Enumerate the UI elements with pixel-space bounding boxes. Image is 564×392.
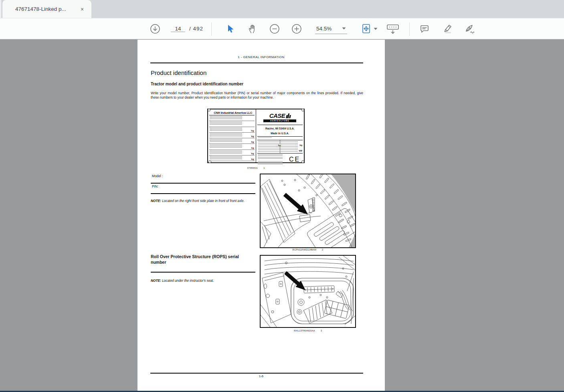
hand-tool-button[interactable]	[247, 24, 258, 34]
tab-title: 47671478-Linked p...	[15, 6, 76, 12]
fit-page-icon	[361, 23, 372, 34]
zoom-level-dropdown[interactable]: 54.5%	[315, 24, 347, 34]
note-pin-location: NOTE: Located on the right front side pl…	[151, 199, 258, 203]
section-body: Write your model number, Product Identif…	[151, 91, 363, 100]
running-header: 1 - GENERAL INFORMATION	[137, 55, 385, 59]
tab-close-icon[interactable]: ×	[79, 6, 86, 13]
plate-barcode-row	[257, 137, 303, 140]
zoom-out-button[interactable]	[269, 24, 280, 34]
ce-mark: CE	[287, 154, 303, 166]
zoom-in-button[interactable]	[291, 24, 302, 34]
plate-fine-print-row: kg	[209, 133, 255, 138]
figure-caption: RAIL13TR04633AA3	[260, 329, 356, 332]
hand-icon	[247, 24, 258, 34]
note-rops-location: NOTE: Located under the instructor's sea…	[151, 279, 258, 283]
plate-bottom: CE	[257, 154, 303, 166]
plate-made-in: Made in U.S.A.	[257, 132, 303, 137]
screw-hole	[301, 109, 304, 111]
tab-strip-edge	[0, 0, 2, 18]
plate-fine-print-row: kg	[209, 127, 255, 133]
add-comment-button[interactable]	[419, 24, 430, 34]
select-tool-button[interactable]	[226, 24, 235, 34]
highlighter-icon	[441, 23, 453, 34]
page-number-input[interactable]	[171, 26, 185, 32]
toolbar-separator	[409, 22, 410, 36]
cursor-icon	[226, 24, 235, 34]
pdf-page: 1 - GENERAL INFORMATION Product identifi…	[137, 40, 385, 391]
plate-fine-print-row	[209, 121, 255, 127]
model-fill-line	[151, 183, 255, 184]
fountain-pen-icon	[463, 23, 476, 34]
ink-signature-button[interactable]	[463, 23, 476, 34]
page-number-group: / 492	[171, 26, 203, 32]
chevron-down-icon	[374, 28, 378, 30]
screw-hole	[301, 160, 304, 163]
model-label: Model :	[152, 174, 163, 178]
pdf-viewport[interactable]: 1 - GENERAL INFORMATION Product identifi…	[0, 40, 564, 391]
pdf-toolbar: / 492 54.5%	[0, 18, 564, 39]
zoom-out-icon	[269, 24, 280, 34]
screw-hole	[208, 109, 210, 111]
zoom-in-icon	[291, 24, 302, 34]
plate-address: Racine, WI 53404 U.S.A.	[257, 125, 303, 130]
plate-right-panel: CASE AGRICULTURE Racine, WI 53404 U.S.A.…	[256, 109, 304, 162]
pin-fill-line	[151, 193, 255, 194]
browser-tab[interactable]: 47671478-Linked p... ×	[2, 0, 91, 18]
plate-left-panel: CNH Industrial America LLC kg kg kg kg k…	[208, 109, 256, 162]
download-button[interactable]	[150, 24, 160, 34]
figure-caption: RCPH11FWD114BAM2	[260, 249, 356, 251]
figure-rops-location	[260, 255, 356, 328]
header-rule	[150, 63, 363, 63]
plate-spec-grid: kg kg kW	[257, 140, 303, 154]
plate-fine-print-row: kg	[209, 150, 255, 156]
agriculture-band: AGRICULTURE	[263, 119, 296, 122]
footer-page-number: 1-6	[137, 374, 385, 378]
page-count: / 492	[189, 26, 203, 32]
ih-mark	[286, 113, 291, 118]
presentation-mode-button[interactable]	[386, 23, 400, 34]
figure-pin-location	[260, 174, 356, 248]
figure-id-plate: CNH Industrial America LLC kg kg kg kg k…	[207, 109, 305, 163]
page-title: Product identification	[151, 69, 206, 76]
plate-fine-print-row: kg	[209, 144, 255, 150]
chevron-down-icon	[342, 27, 346, 30]
toolbar-separator	[211, 22, 212, 36]
plate-fine-print-row: kg	[209, 138, 255, 144]
browser-tab-strip: 47671478-Linked p... ×	[0, 0, 564, 18]
plate-fine-print	[257, 154, 287, 166]
plate-fine-print-row: kg	[209, 156, 255, 161]
pin-label: PIN:	[152, 184, 158, 188]
figure-caption: 476596311	[207, 167, 305, 169]
section-heading: Tractor model and product identification…	[151, 82, 243, 86]
zoom-level-value: 54.5%	[316, 26, 332, 32]
footer-rule	[150, 373, 363, 374]
comment-icon	[419, 24, 430, 34]
screw-hole	[208, 160, 211, 163]
fit-to-page-button[interactable]	[361, 23, 378, 34]
download-icon	[150, 24, 160, 34]
rops-heading: Roll Over Protective Structure (ROPS) se…	[151, 254, 244, 265]
highlight-button[interactable]	[441, 23, 453, 34]
rops-fill-line	[151, 272, 255, 273]
presentation-icon	[386, 23, 400, 34]
plate-company-name: CNH Industrial America LLC	[209, 110, 255, 115]
case-ih-logo: CASE	[257, 112, 303, 119]
plate-fine-print-row	[209, 115, 255, 121]
